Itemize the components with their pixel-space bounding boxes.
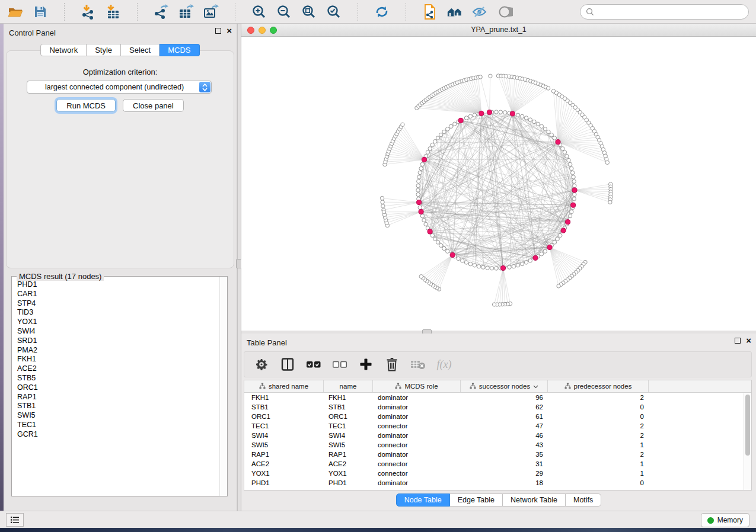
cell-successor-nodes[interactable]: 61 (461, 413, 548, 420)
network-canvas[interactable] (241, 37, 756, 331)
cell-name[interactable]: RAP1 (324, 451, 373, 458)
cell-MCDS-role[interactable]: dominator (373, 479, 461, 486)
cell-shared-name[interactable]: STB1 (244, 403, 324, 411)
deselect-all-icon[interactable] (332, 357, 347, 372)
mcds-result-node[interactable]: STB1 (12, 402, 219, 411)
select-all-icon[interactable] (306, 357, 321, 372)
cell-successor-nodes[interactable]: 35 (461, 451, 548, 458)
close-panel-icon[interactable]: × (227, 28, 232, 34)
mcds-result-node[interactable]: TID3 (12, 308, 219, 318)
cell-name[interactable]: SWI4 (324, 432, 373, 439)
cell-predecessor-nodes[interactable]: 2 (548, 451, 649, 458)
hide-details-icon[interactable] (471, 4, 488, 20)
mcds-result-node[interactable]: SRD1 (12, 336, 219, 346)
cell-name[interactable]: ACE2 (324, 460, 373, 467)
column-header-predecessor-nodes[interactable]: predecessor nodes (548, 380, 649, 392)
run-mcds-button[interactable]: Run MCDS (56, 99, 116, 112)
import-network-icon[interactable] (80, 4, 97, 20)
cell-MCDS-role[interactable]: dominator (373, 394, 461, 401)
table-row[interactable]: SWI5SWI5connector431 (244, 440, 751, 450)
cell-successor-nodes[interactable]: 43 (461, 441, 548, 448)
mcds-result-list[interactable]: PHD1CAR1STP4TID3YOX1SWI4SRD1PMA2FKH1ACE2… (12, 280, 219, 496)
close-panel-button[interactable]: Close panel (123, 99, 184, 112)
column-header-name[interactable]: name (324, 380, 373, 392)
cell-predecessor-nodes[interactable]: 0 (548, 403, 649, 411)
tab-network-table[interactable]: Network Table (503, 493, 566, 507)
cell-predecessor-nodes[interactable]: 0 (548, 413, 649, 420)
table-row[interactable]: ORC1ORC1dominator610 (244, 412, 751, 421)
mcds-result-node[interactable]: SWI5 (12, 411, 219, 421)
home-network-icon[interactable] (446, 4, 463, 20)
mcds-result-node[interactable]: SWI4 (12, 327, 219, 336)
cell-shared-name[interactable]: TEC1 (244, 422, 324, 430)
tab-edge-table[interactable]: Edge Table (450, 493, 503, 507)
close-panel-icon[interactable]: × (746, 338, 751, 344)
cell-MCDS-role[interactable]: connector (373, 422, 461, 430)
mcds-result-node[interactable]: CAR1 (12, 290, 219, 299)
memory-button[interactable]: Memory (701, 513, 749, 527)
cell-MCDS-role[interactable]: connector (373, 441, 461, 448)
float-panel-icon[interactable] (215, 28, 221, 34)
network-file-icon[interactable] (422, 4, 438, 20)
zoom-selected-icon[interactable] (326, 4, 342, 20)
cell-shared-name[interactable]: FKH1 (244, 394, 324, 401)
table-row[interactable]: FKH1FKH1dominator962 (244, 393, 751, 402)
mcds-result-node[interactable]: STP4 (12, 299, 219, 309)
cell-MCDS-role[interactable]: dominator (373, 403, 461, 411)
import-table-icon[interactable] (105, 4, 122, 20)
table-row[interactable]: PHD1PHD1dominator180 (244, 478, 751, 488)
mcds-result-node[interactable]: GCR1 (12, 430, 219, 440)
cell-shared-name[interactable]: SWI4 (244, 432, 324, 439)
table-row[interactable]: TEC1TEC1connector472 (244, 421, 751, 431)
show-details-icon[interactable] (496, 4, 513, 20)
cell-successor-nodes[interactable]: 18 (461, 479, 548, 486)
cell-name[interactable]: STB1 (324, 403, 373, 411)
task-history-button[interactable] (6, 513, 24, 527)
cell-MCDS-role[interactable]: dominator (373, 432, 461, 439)
cell-MCDS-role[interactable]: dominator (373, 451, 461, 458)
mcds-result-node[interactable]: RAP1 (12, 393, 219, 402)
table-row[interactable]: ACE2ACE2connector311 (244, 459, 751, 469)
cell-predecessor-nodes[interactable]: 1 (548, 441, 649, 448)
scrollbar-thumb[interactable] (745, 395, 750, 456)
zoom-fit-icon[interactable] (301, 4, 317, 20)
optimization-criterion-select[interactable]: largest connected component (undirected) (27, 81, 212, 94)
mcds-result-node[interactable]: FKH1 (12, 355, 219, 364)
cell-name[interactable]: TEC1 (324, 422, 373, 430)
network-window-titlebar[interactable]: YPA_prune.txt_1 (241, 24, 756, 37)
zoom-out-icon[interactable] (276, 4, 292, 20)
column-header-shared-name[interactable]: shared name (244, 380, 324, 392)
tab-network[interactable]: Network (40, 44, 87, 56)
cell-predecessor-nodes[interactable]: 2 (548, 422, 649, 430)
export-image-icon[interactable] (203, 4, 219, 20)
table-row[interactable]: SWI4SWI4dominator462 (244, 431, 751, 440)
cell-name[interactable]: SWI5 (324, 441, 373, 448)
window-close-icon[interactable] (247, 27, 254, 34)
mcds-result-node[interactable]: PMA2 (12, 346, 219, 355)
cell-successor-nodes[interactable]: 29 (461, 470, 548, 477)
zoom-in-icon[interactable] (251, 4, 267, 20)
tab-select[interactable]: Select (121, 44, 160, 56)
vertical-splitter[interactable] (237, 24, 241, 511)
cell-predecessor-nodes[interactable]: 2 (548, 394, 649, 401)
table-row[interactable]: RAP1RAP1dominator352 (244, 450, 751, 459)
tab-node-table[interactable]: Node Table (396, 493, 450, 507)
export-table-icon[interactable] (178, 4, 194, 20)
table-settings-icon[interactable] (254, 357, 269, 372)
window-minimize-icon[interactable] (259, 27, 266, 34)
mcds-result-node[interactable]: PHD1 (12, 280, 219, 290)
export-network-icon[interactable] (153, 4, 170, 20)
float-panel-icon[interactable] (735, 338, 741, 344)
tab-mcds[interactable]: MCDS (160, 44, 199, 56)
cell-successor-nodes[interactable]: 46 (461, 432, 548, 439)
cell-name[interactable]: PHD1 (324, 479, 373, 486)
cell-name[interactable]: FKH1 (324, 394, 373, 401)
cell-successor-nodes[interactable]: 96 (461, 394, 548, 401)
delete-row-icon[interactable] (384, 357, 400, 372)
cell-shared-name[interactable]: ORC1 (244, 413, 324, 420)
column-header-MCDS-role[interactable]: MCDS role (373, 380, 461, 392)
cell-successor-nodes[interactable]: 47 (461, 422, 548, 430)
open-session-icon[interactable] (7, 4, 24, 20)
cell-MCDS-role[interactable]: connector (373, 470, 461, 477)
cell-predecessor-nodes[interactable]: 0 (548, 479, 649, 486)
